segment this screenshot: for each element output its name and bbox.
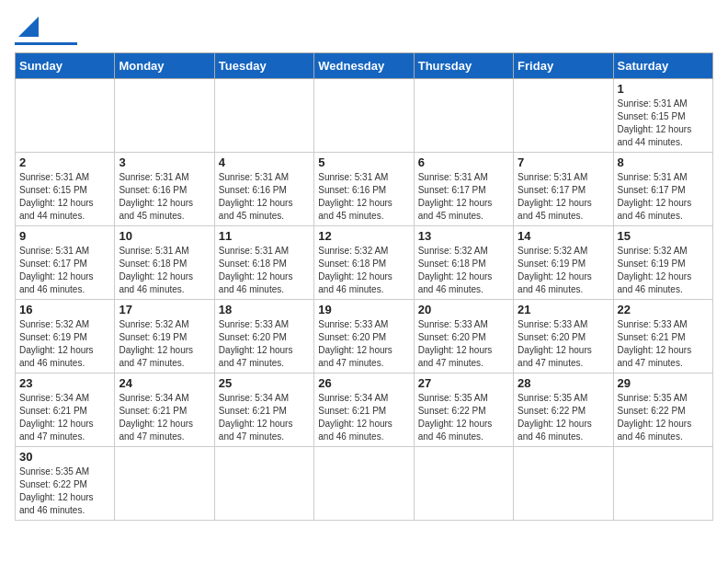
day-info: Sunrise: 5:31 AMSunset: 6:15 PMDaylight:… [19, 171, 110, 223]
day-number: 9 [19, 229, 110, 243]
calendar-cell: 7Sunrise: 5:31 AMSunset: 6:17 PMDaylight… [514, 153, 613, 226]
day-number: 15 [618, 229, 709, 243]
day-number: 26 [318, 376, 409, 390]
day-info: Sunrise: 5:31 AMSunset: 6:18 PMDaylight:… [219, 245, 310, 296]
day-number: 13 [418, 229, 509, 243]
day-number: 4 [219, 155, 310, 169]
day-number: 21 [518, 303, 609, 316]
calendar-table: SundayMondayTuesdayWednesdayThursdayFrid… [15, 52, 713, 521]
calendar-cell: 12Sunrise: 5:32 AMSunset: 6:18 PMDayligh… [314, 226, 414, 300]
day-number: 10 [119, 229, 210, 243]
day-info: Sunrise: 5:31 AMSunset: 6:16 PMDaylight:… [318, 171, 409, 223]
day-number: 11 [219, 229, 310, 243]
calendar-cell: 6Sunrise: 5:31 AMSunset: 6:17 PMDaylight… [414, 153, 513, 226]
calendar-cell: 16Sunrise: 5:32 AMSunset: 6:19 PMDayligh… [16, 300, 115, 373]
calendar-cell: 3Sunrise: 5:31 AMSunset: 6:16 PMDaylight… [115, 153, 214, 226]
calendar-cell: 4Sunrise: 5:31 AMSunset: 6:16 PMDaylight… [214, 153, 313, 226]
day-number: 7 [518, 155, 609, 169]
day-number: 3 [119, 155, 210, 169]
calendar-cell [16, 79, 115, 153]
day-info: Sunrise: 5:31 AMSunset: 6:17 PMDaylight:… [418, 171, 509, 223]
day-number: 1 [618, 82, 709, 96]
day-info: Sunrise: 5:31 AMSunset: 6:17 PMDaylight:… [518, 171, 609, 223]
calendar-cell [314, 79, 414, 153]
day-number: 14 [518, 229, 609, 243]
calendar-cell: 27Sunrise: 5:35 AMSunset: 6:22 PMDayligh… [414, 373, 513, 447]
day-number: 12 [318, 229, 409, 243]
calendar-cell [414, 79, 513, 153]
day-of-week-header: Monday [115, 53, 214, 79]
day-info: Sunrise: 5:32 AMSunset: 6:18 PMDaylight:… [318, 245, 409, 296]
calendar-cell: 10Sunrise: 5:31 AMSunset: 6:18 PMDayligh… [115, 226, 214, 300]
calendar-cell: 23Sunrise: 5:34 AMSunset: 6:21 PMDayligh… [16, 373, 115, 447]
calendar-cell [115, 447, 214, 521]
day-number: 2 [19, 155, 110, 169]
day-info: Sunrise: 5:32 AMSunset: 6:19 PMDaylight:… [19, 318, 110, 370]
page-header [15, 15, 713, 45]
day-of-week-header: Sunday [16, 53, 115, 79]
calendar-cell: 11Sunrise: 5:31 AMSunset: 6:18 PMDayligh… [214, 226, 313, 300]
calendar-cell: 18Sunrise: 5:33 AMSunset: 6:20 PMDayligh… [214, 300, 313, 373]
calendar-cell [514, 447, 613, 521]
day-number: 20 [418, 303, 509, 316]
day-info: Sunrise: 5:35 AMSunset: 6:22 PMDaylight:… [418, 392, 509, 443]
calendar-cell: 13Sunrise: 5:32 AMSunset: 6:18 PMDayligh… [414, 226, 513, 300]
calendar-cell: 17Sunrise: 5:32 AMSunset: 6:19 PMDayligh… [115, 300, 214, 373]
day-info: Sunrise: 5:34 AMSunset: 6:21 PMDaylight:… [19, 392, 110, 443]
day-number: 19 [318, 303, 409, 316]
day-info: Sunrise: 5:34 AMSunset: 6:21 PMDaylight:… [318, 392, 409, 443]
day-info: Sunrise: 5:34 AMSunset: 6:21 PMDaylight:… [119, 392, 210, 443]
day-number: 8 [618, 155, 709, 169]
calendar-cell: 5Sunrise: 5:31 AMSunset: 6:16 PMDaylight… [314, 153, 414, 226]
svg-marker-0 [18, 17, 39, 37]
day-info: Sunrise: 5:33 AMSunset: 6:20 PMDaylight:… [318, 318, 409, 370]
day-number: 16 [19, 303, 110, 316]
day-number: 22 [618, 303, 709, 316]
calendar-week-row: 2Sunrise: 5:31 AMSunset: 6:15 PMDaylight… [16, 153, 713, 226]
calendar-week-row: 23Sunrise: 5:34 AMSunset: 6:21 PMDayligh… [16, 373, 713, 447]
calendar-cell: 26Sunrise: 5:34 AMSunset: 6:21 PMDayligh… [314, 373, 414, 447]
day-number: 23 [19, 376, 110, 390]
day-number: 29 [618, 376, 709, 390]
day-info: Sunrise: 5:31 AMSunset: 6:15 PMDaylight:… [618, 98, 709, 149]
calendar-week-row: 16Sunrise: 5:32 AMSunset: 6:19 PMDayligh… [16, 300, 713, 373]
calendar-cell: 25Sunrise: 5:34 AMSunset: 6:21 PMDayligh… [214, 373, 313, 447]
day-info: Sunrise: 5:35 AMSunset: 6:22 PMDaylight:… [618, 392, 709, 443]
calendar-cell: 1Sunrise: 5:31 AMSunset: 6:15 PMDaylight… [613, 79, 712, 153]
logo-underline [15, 42, 77, 45]
day-info: Sunrise: 5:32 AMSunset: 6:19 PMDaylight:… [618, 245, 709, 296]
day-number: 27 [418, 376, 509, 390]
calendar-week-row: 1Sunrise: 5:31 AMSunset: 6:15 PMDaylight… [16, 79, 713, 153]
day-of-week-header: Wednesday [314, 53, 414, 79]
day-number: 17 [119, 303, 210, 316]
calendar-cell: 30Sunrise: 5:35 AMSunset: 6:22 PMDayligh… [16, 447, 115, 521]
day-number: 30 [19, 450, 110, 464]
calendar-cell [314, 447, 414, 521]
calendar-cell: 22Sunrise: 5:33 AMSunset: 6:21 PMDayligh… [613, 300, 712, 373]
day-number: 25 [219, 376, 310, 390]
day-number: 28 [518, 376, 609, 390]
day-number: 5 [318, 155, 409, 169]
calendar-cell: 28Sunrise: 5:35 AMSunset: 6:22 PMDayligh… [514, 373, 613, 447]
calendar-cell: 2Sunrise: 5:31 AMSunset: 6:15 PMDaylight… [16, 153, 115, 226]
logo-icon [18, 17, 39, 37]
calendar-cell [613, 447, 712, 521]
day-info: Sunrise: 5:31 AMSunset: 6:17 PMDaylight:… [19, 245, 110, 296]
day-info: Sunrise: 5:33 AMSunset: 6:20 PMDaylight:… [418, 318, 509, 370]
calendar-cell: 21Sunrise: 5:33 AMSunset: 6:20 PMDayligh… [514, 300, 613, 373]
day-info: Sunrise: 5:33 AMSunset: 6:20 PMDaylight:… [518, 318, 609, 370]
calendar-cell: 8Sunrise: 5:31 AMSunset: 6:17 PMDaylight… [613, 153, 712, 226]
day-info: Sunrise: 5:31 AMSunset: 6:16 PMDaylight:… [119, 171, 210, 223]
calendar-cell: 15Sunrise: 5:32 AMSunset: 6:19 PMDayligh… [613, 226, 712, 300]
day-of-week-header: Tuesday [214, 53, 313, 79]
day-info: Sunrise: 5:35 AMSunset: 6:22 PMDaylight:… [19, 465, 110, 517]
day-info: Sunrise: 5:31 AMSunset: 6:17 PMDaylight:… [618, 171, 709, 223]
calendar-cell [115, 79, 214, 153]
day-of-week-header: Friday [514, 53, 613, 79]
calendar-cell: 20Sunrise: 5:33 AMSunset: 6:20 PMDayligh… [414, 300, 513, 373]
day-info: Sunrise: 5:33 AMSunset: 6:20 PMDaylight:… [219, 318, 310, 370]
calendar-cell: 19Sunrise: 5:33 AMSunset: 6:20 PMDayligh… [314, 300, 414, 373]
day-info: Sunrise: 5:35 AMSunset: 6:22 PMDaylight:… [518, 392, 609, 443]
calendar-cell [214, 79, 313, 153]
calendar-cell: 24Sunrise: 5:34 AMSunset: 6:21 PMDayligh… [115, 373, 214, 447]
